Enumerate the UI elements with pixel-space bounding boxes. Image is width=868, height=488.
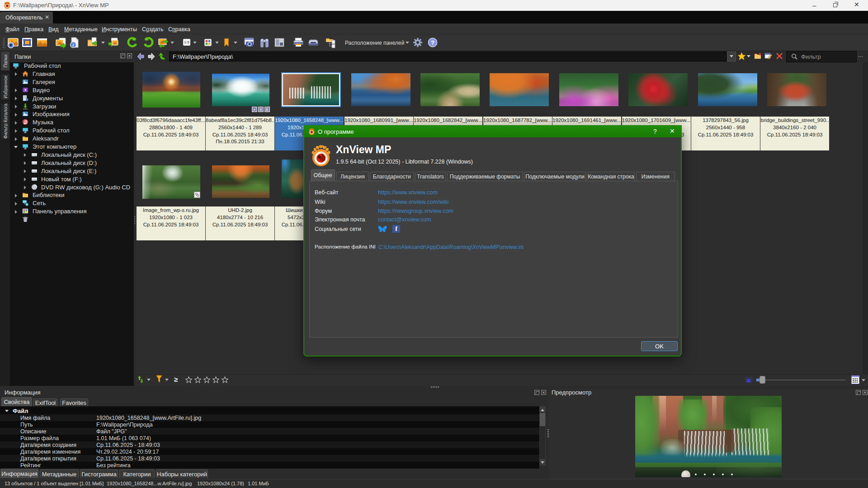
svg-text:i: i (73, 42, 74, 47)
svg-text:?: ? (431, 39, 434, 46)
